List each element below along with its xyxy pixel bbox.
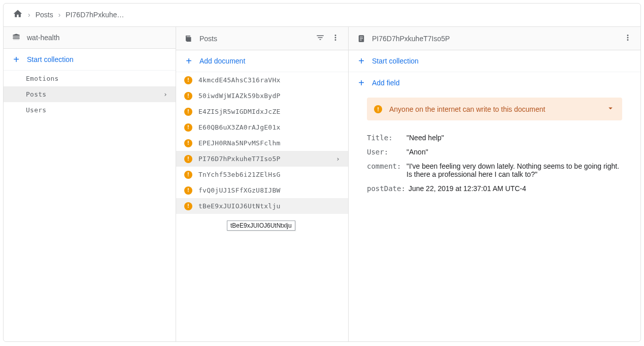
warning-icon: ! — [184, 108, 192, 116]
document-item[interactable]: !E4ZISjR5wIGDMIdxJcZE — [176, 104, 348, 119]
warning-icon: ! — [184, 123, 192, 132]
document-id: E4ZISjR5wIGDMIdxJcZE — [198, 108, 281, 115]
warning-icon: ! — [184, 202, 192, 210]
database-icon — [12, 33, 21, 42]
chevron-right-icon: › — [163, 90, 167, 98]
document-id: EPEJH0RNa5NPvMSFclhm — [198, 139, 281, 147]
plus-icon: + — [12, 55, 21, 64]
document-item[interactable]: !tBeE9xJUIOJ6UtNtxlju — [176, 198, 348, 214]
plus-icon: + — [357, 56, 366, 66]
document-id: 4kmcdE45AhsC316raVHx — [198, 76, 281, 84]
chevron-right-icon: › — [58, 11, 61, 19]
field-key: comment — [367, 162, 403, 170]
collection-item[interactable]: Posts› — [4, 86, 176, 102]
document-id: tBeE9xJUIOJ6UtNtxlju — [198, 202, 281, 210]
field-row[interactable]: TitleNeed help — [367, 131, 622, 145]
document-item[interactable]: !TnYchf53eb6i21ZElHsG — [176, 167, 348, 182]
document-item[interactable]: !4kmcdE45AhsC316raVHx — [176, 72, 348, 88]
warning-icon: ! — [184, 155, 192, 163]
breadcrumb-item[interactable]: Posts — [36, 11, 53, 19]
add-document-button[interactable]: + Add document — [176, 50, 348, 72]
document-id: 50iwdWjWIAZk59bxBydP — [198, 92, 281, 100]
field-value: Anon — [406, 148, 428, 156]
chevron-right-icon: › — [336, 155, 340, 163]
panes: wat-health + Start collection EmotionsPo… — [4, 26, 640, 341]
field-row[interactable]: UserAnon — [367, 145, 622, 159]
document-id: PI76D7hPxkuheT7Iso5P — [198, 155, 281, 163]
document-item[interactable]: !50iwdWjWIAZk59bxBydP — [176, 88, 348, 104]
tooltip: tBeE9xJUIOJ6UtNtxlju — [227, 221, 295, 231]
add-field-button[interactable]: + Add field — [349, 72, 640, 93]
security-warning-banner[interactable]: ! Anyone on the internet can write to th… — [367, 98, 622, 120]
pane-root: wat-health + Start collection EmotionsPo… — [4, 27, 176, 341]
warning-icon: ! — [184, 92, 192, 100]
document-fields: TitleNeed helpUserAnoncommentI've been f… — [349, 127, 640, 200]
collection-item[interactable]: Users — [4, 102, 176, 118]
document-item[interactable]: !fvQ0jUJ1SFfXGzU8IJBW — [176, 182, 348, 198]
link-label: Start collection — [372, 57, 419, 65]
svg-rect-1 — [360, 37, 363, 37]
document-icon — [357, 34, 366, 43]
document-list: !4kmcdE45AhsC316raVHx!50iwdWjWIAZk59bxBy… — [176, 72, 348, 341]
breadcrumb-item[interactable]: PI76D7hPxkuhe… — [65, 11, 124, 19]
field-key: User — [367, 148, 403, 156]
link-label: Add document — [199, 57, 245, 65]
document-id: fvQ0jUJ1SFfXGzU8IJBW — [198, 186, 281, 194]
collection-item[interactable]: Emotions — [4, 71, 176, 86]
start-collection-button[interactable]: + Start collection — [4, 49, 176, 71]
document-item[interactable]: !EPEJH0RNa5NPvMSFclhm — [176, 135, 348, 151]
chevron-down-icon[interactable] — [606, 104, 615, 114]
breadcrumb: › Posts › PI76D7hPxkuhe… — [4, 4, 640, 26]
pane-header: Posts — [176, 27, 348, 50]
pane-header: wat-health — [4, 27, 176, 49]
link-label: Start collection — [27, 55, 74, 64]
field-row[interactable]: commentI've been feeling very down latel… — [367, 159, 622, 181]
plus-icon: + — [357, 78, 366, 87]
more-vert-icon[interactable] — [623, 33, 632, 44]
pane-title: PI76D7hPxkuheT7Iso5P — [372, 35, 617, 43]
pane-title: wat-health — [27, 34, 167, 42]
svg-rect-3 — [360, 40, 362, 40]
document-item[interactable]: !E60QB6uX3ZA0rAJgE01x — [176, 119, 348, 135]
pane-header: PI76D7hPxkuheT7Iso5P — [349, 27, 640, 50]
warning-icon: ! — [184, 186, 192, 195]
document-item[interactable]: !PI76D7hPxkuheT7Iso5P› — [176, 151, 348, 167]
plus-icon: + — [184, 56, 193, 66]
chevron-right-icon: › — [28, 11, 30, 19]
field-key: postDate — [367, 184, 405, 193]
document-id: TnYchf53eb6i21ZElHsG — [198, 171, 281, 178]
start-collection-button[interactable]: + Start collection — [349, 50, 640, 72]
pane-document: PI76D7hPxkuheT7Iso5P + Start collection … — [349, 27, 640, 341]
firestore-data-frame: › Posts › PI76D7hPxkuhe… wat-health + St… — [3, 3, 641, 342]
link-label: Add field — [372, 79, 399, 87]
pane-title: Posts — [199, 35, 310, 43]
warning-icon: ! — [184, 171, 192, 179]
document-id: E60QB6uX3ZA0rAJgE01x — [198, 123, 281, 131]
svg-rect-2 — [360, 38, 363, 39]
filter-icon[interactable] — [316, 33, 325, 44]
warning-icon: ! — [184, 139, 192, 147]
home-icon[interactable] — [13, 9, 23, 20]
more-vert-icon[interactable] — [331, 33, 340, 44]
field-value: Need help — [406, 134, 444, 142]
field-value: June 22, 2019 at 12:37:01 AM UTC-4 — [409, 184, 526, 193]
pane-collection: Posts + Add document !4kmcdE45AhsC316raV… — [176, 27, 349, 341]
collection-list: EmotionsPosts›Users — [4, 71, 176, 341]
field-value: I've been feeling very down lately. Noth… — [406, 162, 622, 178]
collection-icon — [184, 34, 193, 43]
warning-icon: ! — [184, 76, 192, 84]
field-key: Title — [367, 134, 403, 142]
field-row[interactable]: postDateJune 22, 2019 at 12:37:01 AM UTC… — [367, 181, 622, 196]
warning-icon: ! — [374, 105, 382, 113]
warning-text: Anyone on the internet can write to this… — [389, 105, 599, 113]
